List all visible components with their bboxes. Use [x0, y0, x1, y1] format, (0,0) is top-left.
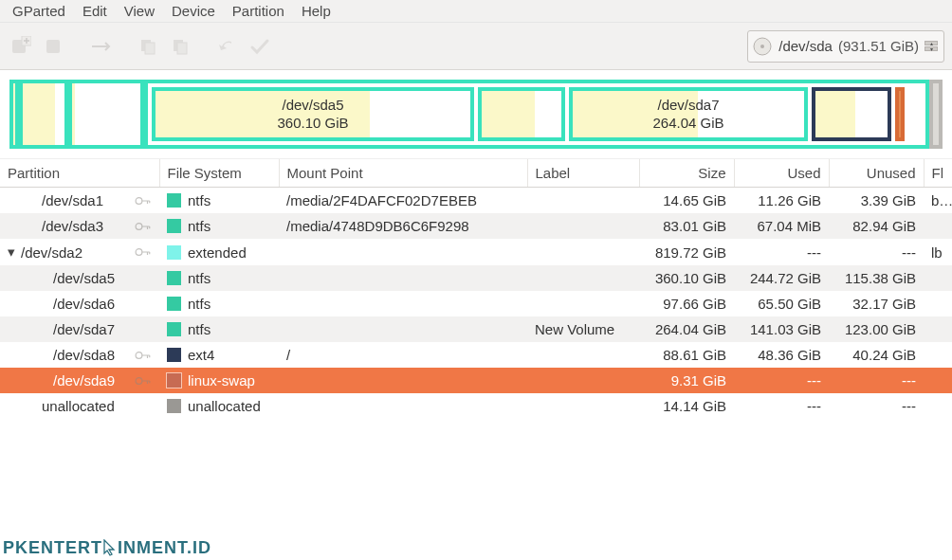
fs-swatch	[167, 348, 181, 362]
key-icon	[135, 245, 152, 259]
fs-swatch	[167, 297, 181, 311]
partition-name: /dev/sda5	[53, 270, 115, 286]
flags: lb	[924, 239, 952, 265]
label	[527, 188, 639, 214]
mount-point	[279, 291, 527, 316]
fs-swatch	[167, 271, 181, 285]
fs-swatch	[167, 193, 181, 208]
col-mount-point[interactable]: Mount Point	[279, 159, 527, 188]
table-row[interactable]: /dev/sda7ntfsNew Volume264.04 GiB141.03 …	[0, 316, 952, 342]
partition-name: unallocated	[42, 398, 115, 414]
col-used[interactable]: Used	[734, 159, 829, 188]
svg-rect-4	[145, 43, 155, 54]
mount-point	[279, 393, 527, 419]
used: 11.26 GiB	[734, 188, 829, 214]
menu-view[interactable]: View	[116, 1, 163, 21]
expand-icon[interactable]: ▾	[8, 244, 17, 261]
table-row[interactable]: /dev/sda1ntfs/media/2F4DAFCF02D7EBEB14.6…	[0, 188, 952, 214]
diskmap-segment[interactable]	[478, 87, 565, 141]
table-row[interactable]: ▾/dev/sda2extended819.72 GiB------lb	[0, 239, 952, 265]
partition-name: /dev/sda2	[21, 244, 82, 261]
menu-edit[interactable]: Edit	[74, 1, 116, 21]
new-partition-button[interactable]	[8, 32, 34, 61]
table-row[interactable]: /dev/sda9linux-swap9.31 GiB------	[0, 368, 952, 393]
diskmap-segment[interactable]: /dev/sda5360.10 GiB	[152, 87, 474, 141]
table-header-row[interactable]: PartitionFile SystemMount PointLabelSize…	[0, 159, 952, 188]
unused: 115.38 GiB	[829, 265, 924, 291]
menu-gparted[interactable]: GParted	[4, 1, 74, 21]
partition-name: /dev/sda3	[42, 218, 103, 234]
unused: ---	[829, 393, 924, 419]
disk-map[interactable]: /dev/sda5360.10 GiB/dev/sda7264.04 GiB	[0, 70, 952, 159]
col-partition[interactable]: Partition	[0, 159, 159, 188]
diskmap-segment[interactable]	[19, 80, 68, 149]
device-spinner[interactable]: ▴▾	[925, 41, 938, 51]
svg-point-8	[760, 45, 764, 48]
size: 83.01 GiB	[639, 213, 734, 239]
table-row[interactable]: /dev/sda5ntfs360.10 GiB244.72 GiB115.38 …	[0, 265, 952, 291]
label	[527, 213, 639, 239]
delete-partition-button[interactable]	[40, 32, 66, 61]
table-row[interactable]: /dev/sda3ntfs/media/4748D9DB6C6F929883.0…	[0, 213, 952, 239]
diskmap-segment[interactable]	[812, 87, 891, 141]
fs-name: ntfs	[188, 218, 211, 234]
table-row[interactable]: /dev/sda8ext4/88.61 GiB48.36 GiB40.24 Gi…	[0, 342, 952, 368]
copy-button[interactable]	[135, 32, 161, 61]
partition-table[interactable]: PartitionFile SystemMount PointLabelSize…	[0, 159, 952, 419]
size: 819.72 GiB	[639, 239, 734, 265]
label	[527, 393, 639, 419]
fs-swatch	[167, 322, 181, 336]
diskmap-extended[interactable]: /dev/sda5360.10 GiB/dev/sda7264.04 GiB	[144, 80, 929, 149]
used: ---	[734, 239, 829, 265]
unused: 82.94 GiB	[829, 213, 924, 239]
flags	[924, 213, 952, 239]
diskmap-unallocated[interactable]	[929, 80, 943, 149]
resize-move-button[interactable]	[87, 32, 114, 61]
unused: ---	[829, 368, 924, 393]
col-size[interactable]: Size	[639, 159, 734, 188]
mount-point	[279, 265, 527, 291]
svg-point-13	[136, 377, 142, 384]
label	[527, 239, 639, 265]
col-label[interactable]: Label	[527, 159, 639, 188]
toolbar: /dev/sda (931.51 GiB) ▴▾	[0, 23, 952, 70]
diskmap-segment[interactable]	[895, 87, 905, 141]
flags: bo	[924, 188, 952, 214]
menu-help[interactable]: Help	[293, 1, 339, 21]
watermark: PKENTERTINMENT.ID	[3, 538, 211, 558]
unused: 32.17 GiB	[829, 291, 924, 316]
label	[527, 342, 639, 368]
partition-name: /dev/sda6	[53, 296, 115, 312]
unused: 3.39 GiB	[829, 188, 924, 214]
fs-name: ntfs	[188, 192, 211, 208]
partition-name: /dev/sda8	[53, 347, 115, 363]
flags	[924, 342, 952, 368]
apply-button[interactable]	[247, 32, 273, 61]
unused: 40.24 GiB	[829, 342, 924, 368]
menubar[interactable]: GPartedEditViewDevicePartitionHelp	[0, 0, 952, 23]
table-row[interactable]: unallocatedunallocated14.14 GiB------	[0, 393, 952, 419]
col-fl[interactable]: Fl	[924, 159, 952, 188]
partition-table-wrap: PartitionFile SystemMount PointLabelSize…	[0, 159, 952, 560]
fs-name: ntfs	[188, 270, 211, 286]
col-unused[interactable]: Unused	[829, 159, 924, 188]
used: 141.03 GiB	[734, 316, 829, 342]
device-selector[interactable]: /dev/sda (931.51 GiB) ▴▾	[747, 30, 944, 63]
diskmap-segment[interactable]	[68, 80, 144, 149]
undo-button[interactable]	[214, 32, 241, 61]
watermark-right: INMENT.ID	[118, 538, 211, 557]
mount-point: /media/4748D9DB6C6F9298	[279, 213, 527, 239]
cursor-icon	[102, 539, 118, 556]
col-file-system[interactable]: File System	[159, 159, 279, 188]
device-path: /dev/sda	[778, 38, 833, 54]
diskmap-segment[interactable]	[9, 80, 19, 149]
flags	[924, 265, 952, 291]
diskmap-segment[interactable]: /dev/sda7264.04 GiB	[569, 87, 808, 141]
paste-button[interactable]	[167, 32, 193, 61]
size: 97.66 GiB	[639, 291, 734, 316]
menu-partition[interactable]: Partition	[224, 1, 293, 21]
unused: ---	[829, 239, 924, 265]
table-row[interactable]: /dev/sda6ntfs97.66 GiB65.50 GiB32.17 GiB	[0, 291, 952, 316]
partition-name: /dev/sda9	[53, 372, 115, 388]
menu-device[interactable]: Device	[163, 1, 224, 21]
